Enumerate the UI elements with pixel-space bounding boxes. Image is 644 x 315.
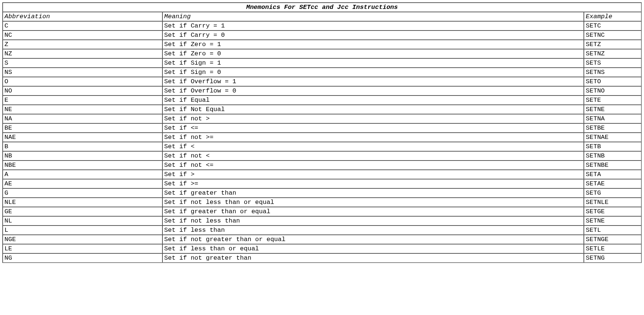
cell-abbreviation: L xyxy=(3,225,162,235)
cell-meaning: Set if not less than or equal xyxy=(162,198,584,207)
cell-meaning: Set if Sign = 0 xyxy=(162,68,584,77)
table-row: NAESet if not >=SETNAE xyxy=(3,133,641,142)
table-row: NBSet if not <SETNB xyxy=(3,151,641,160)
cell-meaning: Set if Sign = 1 xyxy=(162,58,584,68)
table-row: BSet if <SETB xyxy=(3,142,641,151)
cell-meaning: Set if <= xyxy=(162,123,584,133)
table-row: LSet if less thanSETL xyxy=(3,225,641,235)
cell-abbreviation: B xyxy=(3,142,162,151)
table-row: NASet if not >SETNA xyxy=(3,114,641,123)
cell-example: SETNZ xyxy=(584,49,641,58)
cell-example: SETBE xyxy=(584,123,641,133)
table-row: AESet if >=SETAE xyxy=(3,179,641,188)
cell-meaning: Set if not greater than xyxy=(162,253,584,263)
cell-meaning: Set if Carry = 0 xyxy=(162,30,584,40)
cell-meaning: Set if Carry = 1 xyxy=(162,21,584,30)
cell-example: SETNLE xyxy=(584,198,641,207)
cell-meaning: Set if less than or equal xyxy=(162,244,584,253)
cell-meaning: Set if Zero = 0 xyxy=(162,49,584,58)
table-row: LESet if less than or equalSETLE xyxy=(3,244,641,253)
cell-meaning: Set if < xyxy=(162,142,584,151)
cell-abbreviation: S xyxy=(3,58,162,68)
cell-example: SETNA xyxy=(584,114,641,123)
cell-example: SETZ xyxy=(584,40,641,49)
cell-abbreviation: NB xyxy=(3,151,162,160)
cell-abbreviation: Z xyxy=(3,40,162,49)
cell-abbreviation: E xyxy=(3,95,162,105)
cell-abbreviation: NS xyxy=(3,68,162,77)
cell-meaning: Set if Overflow = 1 xyxy=(162,77,584,86)
cell-abbreviation: NO xyxy=(3,86,162,95)
cell-meaning: Set if Zero = 1 xyxy=(162,40,584,49)
cell-example: SETA xyxy=(584,170,641,179)
cell-abbreviation: AE xyxy=(3,179,162,188)
table-row: ASet if >SETA xyxy=(3,170,641,179)
cell-meaning: Set if >= xyxy=(162,179,584,188)
cell-example: SETL xyxy=(584,225,641,235)
table-row: NESet if Not EqualSETNE xyxy=(3,105,641,114)
table-row: NGESet if not greater than or equalSETNG… xyxy=(3,235,641,244)
cell-meaning: Set if greater than or equal xyxy=(162,207,584,216)
cell-example: SETAE xyxy=(584,179,641,188)
table-row: ZSet if Zero = 1SETZ xyxy=(3,40,641,49)
cell-meaning: Set if not >= xyxy=(162,133,584,142)
column-header-abbreviation: Abbreviation xyxy=(3,12,162,21)
cell-meaning: Set if not less than xyxy=(162,216,584,225)
table-row: NOSet if Overflow = 0SETNO xyxy=(3,86,641,95)
cell-meaning: Set if > xyxy=(162,170,584,179)
cell-abbreviation: NG xyxy=(3,253,162,263)
table-row: NBESet if not <=SETNBE xyxy=(3,160,641,170)
cell-meaning: Set if not <= xyxy=(162,160,584,170)
cell-example: SETNAE xyxy=(584,133,641,142)
cell-example: SETNE xyxy=(584,105,641,114)
column-header-example: Example xyxy=(584,12,641,21)
cell-example: SETNGE xyxy=(584,235,641,244)
cell-abbreviation: A xyxy=(3,170,162,179)
cell-abbreviation: NGE xyxy=(3,235,162,244)
table-row: CSet if Carry = 1SETC xyxy=(3,21,641,30)
cell-meaning: Set if Overflow = 0 xyxy=(162,86,584,95)
table-row: OSet if Overflow = 1SETO xyxy=(3,77,641,86)
table-row: NGSet if not greater thanSETNG xyxy=(3,253,641,263)
cell-example: SETNB xyxy=(584,151,641,160)
table-row: GSet if greater thanSETG xyxy=(3,188,641,198)
table-row: NCSet if Carry = 0SETNC xyxy=(3,30,641,40)
cell-example: SETNG xyxy=(584,253,641,263)
table-row: SSet if Sign = 1SETS xyxy=(3,58,641,68)
cell-example: SETNBE xyxy=(584,160,641,170)
cell-abbreviation: O xyxy=(3,77,162,86)
cell-abbreviation: NL xyxy=(3,216,162,225)
cell-example: SETNE xyxy=(584,216,641,225)
table-header-row: Abbreviation Meaning Example xyxy=(3,12,641,21)
mnemonics-table: Mnemonics For SETcc and Jcc Instructions… xyxy=(2,2,642,263)
cell-abbreviation: NE xyxy=(3,105,162,114)
cell-example: SETG xyxy=(584,188,641,198)
table-row: NSSet if Sign = 0SETNS xyxy=(3,68,641,77)
column-header-meaning: Meaning xyxy=(162,12,584,21)
cell-abbreviation: NZ xyxy=(3,49,162,58)
cell-example: SETB xyxy=(584,142,641,151)
cell-abbreviation: NC xyxy=(3,30,162,40)
cell-meaning: Set if not > xyxy=(162,114,584,123)
cell-abbreviation: NLE xyxy=(3,198,162,207)
cell-example: SETE xyxy=(584,95,641,105)
table-row: GESet if greater than or equalSETGE xyxy=(3,207,641,216)
cell-meaning: Set if greater than xyxy=(162,188,584,198)
table-row: BESet if <=SETBE xyxy=(3,123,641,133)
cell-meaning: Set if Not Equal xyxy=(162,105,584,114)
cell-example: SETNC xyxy=(584,30,641,40)
table-caption: Mnemonics For SETcc and Jcc Instructions xyxy=(3,3,641,12)
cell-example: SETLE xyxy=(584,244,641,253)
cell-abbreviation: NBE xyxy=(3,160,162,170)
cell-abbreviation: NA xyxy=(3,114,162,123)
cell-example: SETNS xyxy=(584,68,641,77)
cell-meaning: Set if less than xyxy=(162,225,584,235)
table-row: NZSet if Zero = 0SETNZ xyxy=(3,49,641,58)
cell-example: SETGE xyxy=(584,207,641,216)
cell-example: SETO xyxy=(584,77,641,86)
cell-example: SETS xyxy=(584,58,641,68)
cell-abbreviation: GE xyxy=(3,207,162,216)
table-row: NLSet if not less thanSETNE xyxy=(3,216,641,225)
table-row: NLESet if not less than or equalSETNLE xyxy=(3,198,641,207)
cell-meaning: Set if Equal xyxy=(162,95,584,105)
